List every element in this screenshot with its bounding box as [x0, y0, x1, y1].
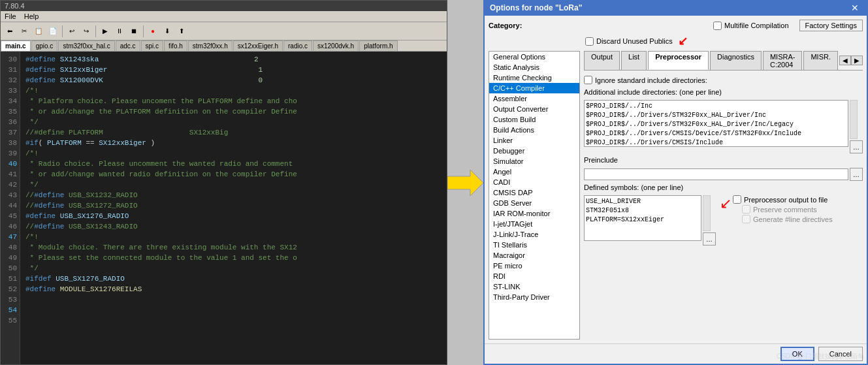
include-dir-3: $PROJ_DIR$/../Drivers/STM32F0xx_HAL_Driv…	[586, 120, 846, 129]
toolbar-btn-4[interactable]: 📄	[46, 25, 59, 38]
include-dir-5: $PROJ_DIR$/../Drivers/CMSIS/Include	[586, 138, 846, 147]
tab-stm32-hal[interactable]: stm32f0xx_hal.c	[58, 40, 114, 51]
tree-item-compiler[interactable]: C/C++ Compiler	[489, 83, 579, 93]
generate-line-label: Generate #line directives	[742, 215, 833, 223]
toolbar-btn-9[interactable]: ⏹	[127, 25, 140, 38]
scrollbar-include[interactable]	[850, 100, 858, 139]
tree-item-stlink[interactable]: ST-LINK	[489, 281, 579, 292]
editor-section: 7.80.4 File Help ⬅ ✂ 📋 📄 ↩ ↪ ▶ ⏸ ⏹ ● ⬇ ⬆…	[0, 0, 447, 365]
discard-checkbox[interactable]	[585, 37, 594, 46]
dialog-tabs-row: Output List Preprocessor Diagnostics MIS…	[584, 51, 863, 71]
toolbar-sep-3	[143, 25, 144, 37]
tree-item-general[interactable]: General Options	[489, 52, 579, 62]
toolbar-btn-2[interactable]: ✂	[18, 25, 31, 38]
code-area: #define SX1243ska 2 #define SX12xxBiger …	[20, 52, 447, 364]
tree-item-assembler[interactable]: Assembler	[489, 93, 579, 104]
tree-item-pe-micro[interactable]: PE micro	[489, 261, 579, 271]
preinclude-browse-button[interactable]: …	[850, 168, 863, 181]
defined-symbols-label: Defined symbols: (one per line)	[584, 183, 863, 191]
toolbar-btn-11[interactable]: ⬇	[161, 25, 174, 38]
toolbar-btn-5[interactable]: ↩	[65, 25, 78, 38]
editor-content: 30 31 32 33 34 35 36 37 38 39 40 41 42 4…	[1, 52, 447, 364]
preprocessor-output-label: Preprocessor output to file	[733, 195, 833, 204]
preprocessor-output-text: Preprocessor output to file	[744, 196, 828, 204]
tab-sx12eiger[interactable]: sx12xxEiger.h	[233, 40, 283, 51]
tab-output[interactable]: Output	[584, 51, 620, 70]
right-panel: Output List Preprocessor Diagnostics MIS…	[584, 51, 863, 340]
toolbar-btn-8[interactable]: ⏸	[113, 25, 126, 38]
preprocessor-output-checkbox[interactable]	[733, 195, 741, 204]
symbol-2: STM32F051x8	[586, 206, 699, 215]
tree-item-static[interactable]: Static Analysis	[489, 62, 579, 72]
symbols-buttons: …	[703, 195, 716, 246]
symbol-3: PLATFORM=SX12xxEiger	[586, 215, 699, 225]
include-dir-browse-button[interactable]: …	[850, 140, 863, 153]
toolbar-btn-3[interactable]: 📋	[32, 25, 45, 38]
tab-spi[interactable]: spi.c	[141, 40, 164, 51]
tree-item-ti[interactable]: TI Stellaris	[489, 240, 579, 250]
tree-item-gdb[interactable]: GDB Server	[489, 198, 579, 208]
tree-item-output-converter[interactable]: Output Converter	[489, 104, 579, 114]
tab-preprocessor[interactable]: Preprocessor	[648, 51, 709, 70]
tree-item-custom-build[interactable]: Custom Build	[489, 114, 579, 125]
discard-label: Discard Unused Publics	[596, 37, 673, 45]
tree-item-linker[interactable]: Linker	[489, 135, 579, 146]
tab-list[interactable]: List	[621, 51, 647, 70]
tree-item-ijet[interactable]: I-jet/JTAGjet	[489, 219, 579, 229]
include-dir-2: $PROJ_DIR$/../Drivers/STM32F0xx_HAL_Driv…	[586, 111, 846, 120]
tree-item-cadi[interactable]: CADI	[489, 177, 579, 187]
tab-nav-left[interactable]: ◀	[839, 56, 851, 65]
preinclude-input[interactable]	[584, 168, 848, 180]
tree-item-jlink[interactable]: J-Link/J-Trace	[489, 229, 579, 240]
tree-item-iar-rom[interactable]: IAR ROM-monitor	[489, 208, 579, 219]
tree-item-cmsis-dap[interactable]: CMSIS DAP	[489, 187, 579, 198]
dialog-middle: General Options Static Analysis Runtime …	[489, 51, 863, 340]
toolbar-btn-7[interactable]: ▶	[99, 25, 112, 38]
tree-item-debugger[interactable]: Debugger	[489, 146, 579, 156]
dialog-body: Category: Multifile Compilation Factory …	[485, 16, 867, 343]
menu-file[interactable]: File	[5, 12, 16, 20]
include-dirs-label: Additional include directories: (one per…	[584, 88, 863, 96]
tab-nav-right[interactable]: ▶	[851, 56, 863, 65]
tree-item-macraigor[interactable]: Macraigor	[489, 250, 579, 261]
tab-misra-2004[interactable]: MISRA-C:2004	[763, 51, 803, 70]
tab-fifo[interactable]: fifo.h	[164, 40, 187, 51]
tab-main-c[interactable]: main.c	[1, 40, 31, 51]
category-tree: General Options Static Analysis Runtime …	[489, 51, 580, 340]
factory-settings-button[interactable]: Factory Settings	[799, 20, 863, 31]
tree-item-build-actions[interactable]: Build Actions	[489, 125, 579, 135]
tree-item-simulator[interactable]: Simulator	[489, 156, 579, 167]
tree-item-rdi[interactable]: RDI	[489, 271, 579, 281]
tab-stm32h[interactable]: stm32f0xx.h	[188, 40, 233, 51]
multifile-checkbox[interactable]	[713, 22, 722, 30]
tab-diagnostics[interactable]: Diagnostics	[710, 51, 762, 70]
defined-symbols-area: USE_HAL_DRIVER STM32F051x8 PLATFORM=SX12…	[584, 195, 863, 246]
line-numbers: 30 31 32 33 34 35 36 37 38 39 40 41 42 4…	[1, 52, 20, 364]
include-dirs-textarea[interactable]: $PROJ_DIR$/../Inc $PROJ_DIR$/../Drivers/…	[584, 100, 848, 147]
ignore-std-checkbox[interactable]	[584, 76, 592, 84]
menu-help[interactable]: Help	[24, 12, 39, 20]
ignore-checkbox-row: Ignore standard include directories:	[584, 76, 863, 84]
toolbar-btn-12[interactable]: ⬆	[175, 25, 188, 38]
tab-gpio-c[interactable]: gpio.c	[31, 40, 58, 51]
preprocessor-content: Ignore standard include directories: Add…	[584, 73, 863, 340]
toolbar-btn-6[interactable]: ↪	[80, 25, 93, 38]
dialog-close-button[interactable]: ✕	[848, 3, 861, 13]
toolbar-btn-1[interactable]: ⬅	[3, 25, 16, 38]
tab-misr[interactable]: MISR.	[803, 51, 838, 70]
tree-item-angel[interactable]: Angel	[489, 167, 579, 177]
tab-sx1200[interactable]: sx1200dvk.h	[313, 40, 359, 51]
tree-item-runtime[interactable]: Runtime Checking	[489, 72, 579, 83]
tab-platform[interactable]: platform.h	[359, 40, 397, 51]
tab-radio[interactable]: radio.c	[283, 40, 312, 51]
tab-adc[interactable]: adc.c	[116, 40, 140, 51]
menu-bar: File Help	[1, 11, 447, 22]
symbols-textarea[interactable]: USE_HAL_DRIVER STM32F051x8 PLATFORM=SX12…	[584, 195, 701, 241]
scrollbar-symbols[interactable]	[703, 195, 711, 231]
tab-nav-arrows: ◀ ▶	[839, 51, 863, 70]
toolbar-btn-10[interactable]: ●	[146, 25, 159, 38]
symbols-browse-button[interactable]: …	[703, 232, 716, 246]
include-dir-4: $PROJ_DIR$/../Drivers/CMSIS/Device/ST/ST…	[586, 129, 846, 138]
yellow-arrow-container	[447, 0, 483, 365]
tree-item-third-party[interactable]: Third-Party Driver	[489, 292, 579, 302]
